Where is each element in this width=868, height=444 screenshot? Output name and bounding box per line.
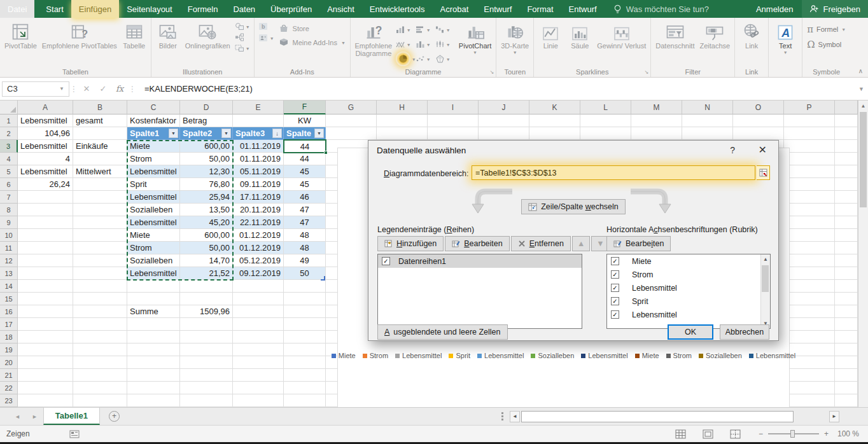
vertical-scroll-thumb[interactable] (860, 112, 867, 207)
horizontal-scroll-thumb[interactable] (521, 411, 794, 422)
cell-P14[interactable] (784, 280, 835, 293)
next-sheet-icon[interactable]: ► (26, 408, 43, 425)
zoom-percentage[interactable]: 100 % (837, 429, 859, 438)
name-box[interactable]: C3 ▼ (2, 81, 69, 97)
page-layout-view-button[interactable] (703, 429, 713, 439)
ribbon-tab-formeln[interactable]: Formeln (180, 0, 226, 18)
cell-F17[interactable] (284, 318, 326, 331)
cancel-button[interactable]: Abbrechen (720, 324, 769, 340)
fill-handle[interactable] (324, 151, 328, 155)
cell-D19[interactable] (180, 343, 233, 356)
cell-F4[interactable]: 44 (284, 153, 326, 165)
cell-E20[interactable] (233, 356, 284, 369)
cell-B2[interactable] (73, 127, 127, 140)
cell-C1[interactable]: Kostenfaktor (127, 114, 180, 127)
online-pictures-button[interactable]: Onlinegrafiken (183, 20, 233, 66)
cell-B11[interactable] (73, 242, 127, 254)
checkbox-checked-icon[interactable]: ✓ (611, 310, 619, 319)
cell-A17[interactable] (18, 318, 73, 331)
cell-C10[interactable]: Miete (127, 229, 180, 242)
row-header-7[interactable]: 7 (0, 191, 18, 204)
timeline-button[interactable]: Zeitachse (697, 20, 732, 66)
filter-dropdown-icon[interactable]: ▼ (314, 128, 324, 138)
cell-D7[interactable]: 25,94 (180, 191, 233, 204)
symbol-button[interactable]: ΩSymbol (807, 39, 846, 50)
zoom-slider[interactable] (768, 433, 819, 434)
cell-A9[interactable] (18, 216, 73, 229)
cell-D18[interactable] (180, 331, 233, 343)
row-header-4[interactable]: 4 (0, 153, 18, 165)
cell-E21[interactable] (233, 369, 284, 382)
row-header-15[interactable]: 15 (0, 293, 18, 305)
cell-D4[interactable]: 50,00 (180, 153, 233, 165)
cell-H1[interactable] (377, 114, 428, 127)
column-header-O[interactable]: O (733, 101, 784, 114)
sheet-tab-tabelle1[interactable]: Tabelle1 (43, 408, 100, 425)
select-all-corner[interactable] (0, 101, 18, 114)
zoom-in-button[interactable]: + (824, 429, 829, 438)
cell-D1[interactable]: Betrag (180, 114, 233, 127)
cell-B1[interactable]: gesamt (73, 114, 127, 127)
cell-B12[interactable] (73, 254, 127, 267)
cell-C22[interactable] (127, 382, 180, 394)
series-listbox[interactable]: ✓Datenreihen1 (377, 254, 582, 329)
row-header-11[interactable]: 11 (0, 242, 18, 254)
my-addins-button[interactable]: Meine Add-Ins ▼ (279, 38, 346, 47)
cell-A3[interactable]: Lebensmittel (18, 140, 73, 153)
tab-split-handle[interactable] (501, 415, 503, 417)
line-xy-chart-button[interactable]: ▼ (396, 40, 416, 48)
cell-B9[interactable] (73, 216, 127, 229)
cell-D10[interactable]: 600,00 (180, 229, 233, 242)
cell-A6[interactable]: 26,24 (18, 178, 73, 191)
people-graph-icon[interactable]: ▼ (258, 34, 274, 43)
zoom-slider-thumb[interactable] (790, 430, 795, 438)
cell-E5[interactable]: 05.11.2019 (233, 165, 284, 178)
cell-A8[interactable] (18, 204, 73, 216)
cell-C15[interactable] (127, 293, 180, 305)
ribbon-tab-start[interactable]: Start (38, 0, 71, 18)
cell-E14[interactable] (233, 280, 284, 293)
cell-A1[interactable]: Lebensmittel (18, 114, 73, 127)
cell-F8[interactable]: 47 (284, 204, 326, 216)
store-button[interactable]: Store (279, 24, 346, 33)
cell-H2[interactable] (377, 127, 428, 140)
cell-C21[interactable] (127, 369, 180, 382)
sort-filter-icon[interactable]: ↓ (272, 128, 282, 138)
cell-P18[interactable] (784, 331, 835, 343)
equation-button[interactable]: πFormel▼ (807, 24, 846, 35)
hscroll-right-icon[interactable]: ► (829, 411, 839, 422)
cell-G2[interactable] (326, 127, 377, 140)
table-button[interactable]: Tabelle (120, 20, 149, 66)
row-header-19[interactable]: 19 (0, 343, 18, 356)
column-header-B[interactable]: B (73, 101, 127, 114)
column-header-C[interactable]: C (127, 101, 180, 114)
cell-C12[interactable]: Sozialleben (127, 254, 180, 267)
dialog-help-button[interactable]: ? (730, 145, 735, 155)
cell-A14[interactable] (18, 280, 73, 293)
category-item[interactable]: ✓Miete (607, 254, 760, 268)
cell-E2[interactable]: Spalte3↓ (233, 127, 284, 140)
cell-N2[interactable] (682, 127, 733, 140)
cell-A16[interactable] (18, 305, 73, 318)
cell-B18[interactable] (73, 331, 127, 343)
row-header-23[interactable]: 23 (0, 394, 18, 407)
cell-D13[interactable]: 21,52 (180, 267, 233, 280)
cell-K1[interactable] (529, 114, 580, 127)
cell-B13[interactable] (73, 267, 127, 280)
cell-A2[interactable]: 104,96 (18, 127, 73, 140)
column-3d-chart-button[interactable]: ▼ (416, 40, 435, 48)
cell-E16[interactable] (233, 305, 284, 318)
cell-C8[interactable]: Sozialleben (127, 204, 180, 216)
enter-formula-button[interactable]: ✓ (95, 84, 111, 94)
remove-series-button[interactable]: Entfernen (511, 236, 571, 251)
ribbon-tab-überprüfen[interactable]: Überprüfen (263, 0, 319, 18)
share-button[interactable]: Freigeben (802, 0, 868, 18)
cell-B10[interactable] (73, 229, 127, 242)
cell-F20[interactable] (284, 356, 326, 369)
bar-chart-button[interactable]: ▼ (416, 25, 435, 34)
cell-J2[interactable] (479, 127, 529, 140)
checkbox-checked-icon[interactable]: ✓ (611, 257, 619, 265)
cell-C20[interactable] (127, 356, 180, 369)
cell-D2[interactable]: Spalte2▼ (180, 127, 233, 140)
cell-L1[interactable] (580, 114, 631, 127)
